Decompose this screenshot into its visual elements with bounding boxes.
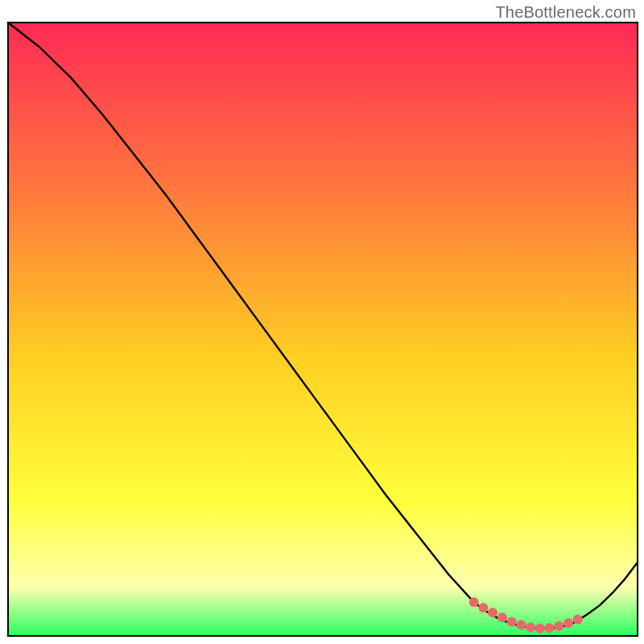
bottleneck-chart	[0, 0, 644, 644]
optimal-marker	[545, 623, 555, 633]
optimal-marker	[469, 597, 479, 607]
optimal-marker	[526, 622, 535, 632]
optimal-marker	[488, 608, 497, 617]
optimal-marker	[573, 614, 583, 624]
optimal-marker	[507, 617, 517, 627]
optimal-marker	[564, 618, 573, 628]
chart-container: TheBottleneck.com	[0, 0, 644, 644]
optimal-marker	[516, 620, 526, 630]
optimal-marker	[535, 624, 545, 634]
optimal-marker	[478, 603, 488, 613]
optimal-marker	[497, 613, 507, 622]
optimal-marker	[554, 621, 564, 631]
watermark-text: TheBottleneck.com	[495, 3, 636, 22]
